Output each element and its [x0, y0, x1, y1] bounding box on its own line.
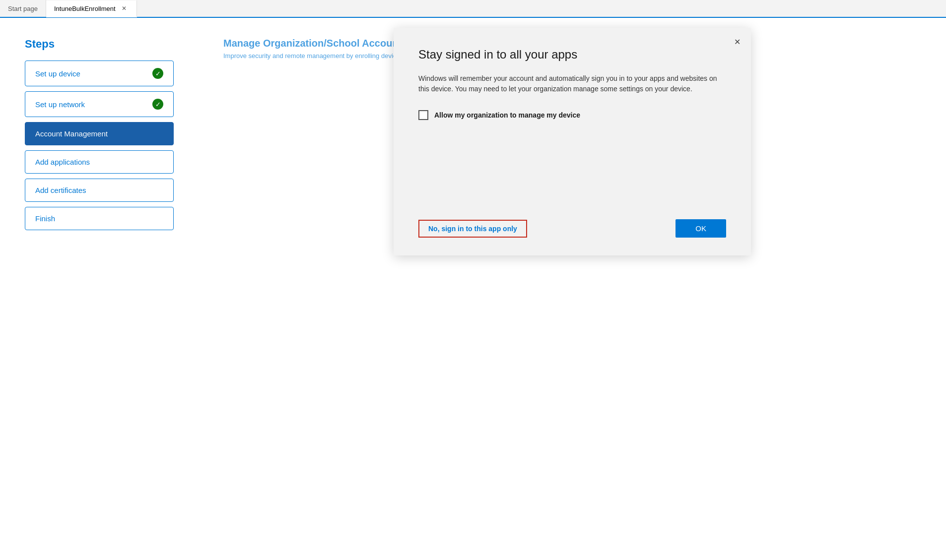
dialog-overlay: ✕ Stay signed in to all your apps Window…	[199, 18, 946, 560]
step-set-up-device[interactable]: Set up device ✓	[25, 61, 174, 86]
tab-close-icon[interactable]: ✕	[120, 4, 129, 13]
step-set-up-network-check: ✓	[152, 99, 163, 110]
close-icon: ✕	[734, 37, 741, 47]
tab-start-page-label: Start page	[8, 5, 38, 12]
step-add-certificates-label: Add certificates	[35, 186, 86, 194]
tab-intune-bulk-label: IntuneBulkEnrollment	[54, 5, 116, 12]
tab-intune-bulk[interactable]: IntuneBulkEnrollment ✕	[46, 0, 137, 17]
dialog-body: Windows will remember your account and a…	[418, 73, 726, 94]
step-set-up-network-label: Set up network	[35, 100, 85, 109]
title-bar: Start page IntuneBulkEnrollment ✕	[0, 0, 946, 18]
step-add-certificates[interactable]: Add certificates	[25, 179, 174, 202]
step-set-up-device-check: ✓	[152, 68, 163, 79]
step-set-up-device-label: Set up device	[35, 69, 80, 78]
ok-button[interactable]: OK	[676, 219, 726, 238]
tab-start-page[interactable]: Start page	[0, 0, 46, 17]
no-sign-in-button[interactable]: No, sign in to this app only	[418, 220, 527, 238]
manage-device-checkbox[interactable]	[418, 110, 428, 120]
step-finish[interactable]: Finish	[25, 207, 174, 230]
dialog-title: Stay signed in to all your apps	[418, 48, 726, 62]
right-content: Manage Organization/School Accounts Impr…	[199, 18, 946, 560]
main-content: Steps Set up device ✓ Set up network ✓ A…	[0, 18, 946, 560]
steps-title: Steps	[25, 38, 174, 51]
step-account-management-label: Account Management	[35, 129, 108, 138]
step-account-management[interactable]: Account Management	[25, 122, 174, 145]
step-add-applications-label: Add applications	[35, 158, 90, 166]
dialog: ✕ Stay signed in to all your apps Window…	[394, 28, 751, 255]
checkbox-label: Allow my organization to manage my devic…	[434, 111, 580, 119]
sidebar: Steps Set up device ✓ Set up network ✓ A…	[0, 18, 199, 560]
checkbox-row: Allow my organization to manage my devic…	[418, 110, 726, 120]
step-set-up-network[interactable]: Set up network ✓	[25, 91, 174, 117]
dialog-close-button[interactable]: ✕	[730, 35, 744, 49]
dialog-footer: No, sign in to this app only OK	[418, 219, 726, 238]
step-add-applications[interactable]: Add applications	[25, 150, 174, 174]
step-finish-label: Finish	[35, 214, 55, 223]
